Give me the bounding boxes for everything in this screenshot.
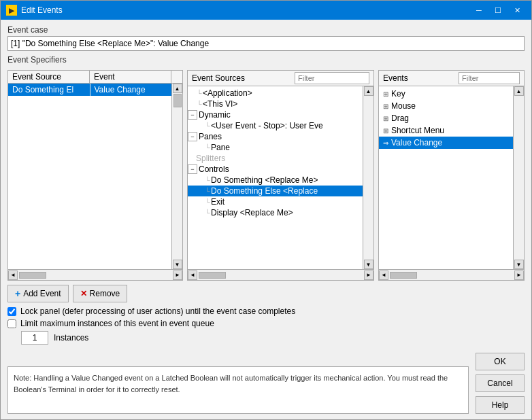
instances-row: Instances [7, 331, 525, 345]
hscroll-track [18, 270, 173, 280]
scroll-down-arrow[interactable]: ▼ [514, 260, 524, 269]
events-list-body: ⊞ Key ⊞ Mouse ⊞ Drag [379, 86, 513, 269]
maximize-button[interactable]: ☐ [489, 3, 507, 17]
hscroll-right[interactable]: ► [173, 270, 182, 280]
specifiers-table-body: Do Something El Value Change [8, 84, 171, 269]
event-case-dropdown[interactable]: [1] "Do Something Else <Replace Me>": Va… [7, 36, 525, 51]
limit-instances-label: Limit maximum instances of this event in… [20, 319, 214, 328]
remove-label: Remove [90, 289, 120, 298]
events-hscroll: ◄ ► [379, 269, 524, 280]
window-icon: ▶ [6, 5, 17, 16]
hscroll-thumb[interactable] [19, 272, 46, 279]
scroll-thumb[interactable] [173, 94, 182, 107]
window-title: Edit Events [21, 5, 470, 15]
events-label: Events [383, 73, 408, 83]
limit-instances-row: Limit maximum instances of this event in… [7, 319, 525, 328]
expand-icon: ⊞ [383, 115, 388, 122]
list-item[interactable]: ⇒ Value Change [379, 137, 513, 149]
event-sources-filter[interactable] [295, 72, 369, 84]
list-item[interactable]: └ <This VI> [188, 99, 363, 109]
hscroll-left[interactable]: ◄ [8, 270, 18, 280]
table-row[interactable]: Do Something El Value Change [8, 84, 171, 96]
sources-body-wrapper: └ <Application> └ <This VI> [188, 86, 373, 269]
hscroll-left[interactable]: ◄ [379, 270, 388, 280]
add-remove-row: + Add Event ✕ Remove [7, 285, 525, 302]
title-bar-controls: ─ ☐ ✕ [470, 3, 526, 17]
scroll-track [514, 96, 524, 260]
hscroll-right[interactable]: ► [514, 270, 524, 280]
hscroll-left[interactable]: ◄ [188, 270, 197, 280]
col-event: Event [90, 71, 171, 83]
list-item[interactable]: └ <Application> [188, 88, 363, 99]
list-item[interactable]: └ Do Something <Replace Me> [188, 175, 363, 186]
col-event-source: Event Source [8, 71, 90, 83]
three-panel-area: Event Source Event Do Something El Value… [7, 70, 525, 281]
events-header: Events [379, 71, 524, 86]
events-vscroll: ▲ ▼ [513, 86, 524, 269]
scroll-down-arrow[interactable]: ▼ [364, 260, 373, 269]
list-item[interactable]: └ Exit [188, 196, 363, 207]
list-item[interactable]: ⊞ Mouse [379, 100, 513, 112]
scroll-up-arrow[interactable]: ▲ [173, 84, 182, 93]
list-item[interactable]: Panes [188, 131, 363, 142]
specifiers-body-wrapper: Do Something El Value Change ▲ ▼ [8, 84, 182, 269]
event-label: Key [391, 89, 405, 99]
sources-hscroll: ◄ ► [188, 269, 373, 280]
note-text: Note: Handling a Value Changed event on … [14, 374, 448, 393]
hscroll-track [388, 270, 514, 280]
list-item[interactable]: ⊞ Drag [379, 112, 513, 124]
hscroll-track [197, 270, 364, 280]
event-specifiers-panel: Event Source Event Do Something El Value… [7, 70, 183, 281]
expand-icon[interactable] [188, 110, 197, 120]
scroll-up-arrow[interactable]: ▲ [364, 86, 373, 96]
hscroll-right[interactable]: ► [364, 270, 373, 280]
sources-tree-body: └ <Application> └ <This VI> [188, 86, 363, 269]
specifiers-vscroll: ▲ ▼ [171, 84, 182, 269]
scroll-down-arrow[interactable]: ▼ [173, 260, 182, 269]
event-label: Drag [391, 113, 409, 123]
cancel-button[interactable]: Cancel [476, 374, 525, 392]
scroll-track [363, 96, 373, 260]
event-sources-header: Event Sources [188, 71, 373, 86]
list-item[interactable]: └ Display <Replace Me> [188, 207, 363, 218]
close-button[interactable]: ✕ [508, 3, 526, 17]
list-item[interactable]: └ Do Something Else <Replace [188, 186, 363, 196]
help-button[interactable]: Help [476, 396, 525, 414]
event-case-section: Event case [1] "Do Something Else <Repla… [7, 25, 525, 51]
list-item[interactable]: Controls [188, 164, 363, 175]
event-sources-label: Event Sources [192, 73, 245, 83]
x-icon: ✕ [80, 289, 87, 298]
note-box: Note: Handling a Value Changed event on … [7, 366, 469, 414]
sources-vscroll: ▲ ▼ [363, 86, 373, 269]
list-item[interactable]: Dynamic [188, 109, 363, 120]
instances-input[interactable] [21, 331, 48, 345]
scroll-up-arrow[interactable]: ▲ [514, 86, 524, 96]
expand-icon[interactable] [188, 132, 197, 141]
list-item[interactable]: ⊞ Key [379, 88, 513, 100]
list-item[interactable]: └ Pane [188, 142, 363, 153]
specifiers-header: Event Source Event [8, 71, 182, 84]
title-bar: ▶ Edit Events ─ ☐ ✕ [1, 1, 531, 20]
events-filter[interactable] [459, 72, 520, 84]
hscroll-thumb[interactable] [390, 272, 417, 279]
list-item[interactable]: ⊞ Shortcut Menu [379, 124, 513, 137]
ok-button[interactable]: OK [476, 353, 525, 370]
limit-instances-checkbox[interactable] [7, 319, 16, 328]
add-event-button[interactable]: + Add Event [7, 285, 69, 302]
event-sources-filter-panel: Event Sources └ <Application> [187, 70, 374, 281]
expand-icon[interactable] [188, 164, 197, 174]
hscroll-thumb[interactable] [199, 272, 226, 279]
event-sources-panel: Event Sources └ <Application> [187, 70, 374, 281]
events-panel: Events ⊞ Key ⊞ Mouse [378, 70, 525, 281]
lock-panel-checkbox[interactable] [7, 307, 16, 316]
minimize-button[interactable]: ─ [470, 3, 488, 17]
events-body-wrapper: ⊞ Key ⊞ Mouse ⊞ Drag [379, 86, 524, 269]
event-case-row: [1] "Do Something Else <Replace Me>": Va… [7, 36, 525, 51]
source-cell: Do Something El [8, 84, 90, 96]
lock-panel-row: Lock panel (defer processing of user act… [7, 307, 525, 316]
remove-button[interactable]: ✕ Remove [73, 285, 128, 302]
list-item[interactable]: └ <User Event - Stop>: User Eve [188, 120, 363, 131]
event-label: Shortcut Menu [391, 126, 444, 135]
event-label: Value Change [391, 138, 442, 147]
note-and-buttons: Note: Handling a Value Changed event on … [7, 349, 525, 414]
